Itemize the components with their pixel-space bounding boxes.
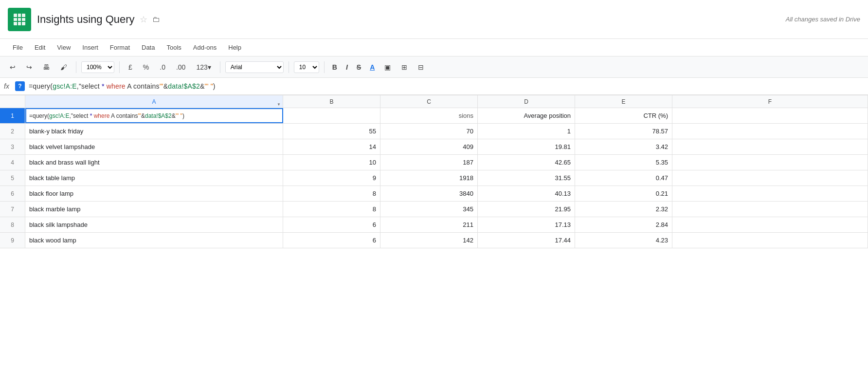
cell-2-e[interactable]: 78.57 [575,124,672,139]
cell-9-d[interactable]: 17.44 [478,233,575,248]
cell-3-e[interactable]: 3.42 [575,139,672,154]
row-number-3[interactable]: 3 [0,139,25,154]
cell-2-a[interactable]: blank-y black friday [25,124,283,139]
menu-addons[interactable]: Add-ons [188,42,221,53]
redo-button[interactable]: ↪ [22,61,36,73]
cell-5-e[interactable]: 0.47 [575,170,672,186]
cell-8-a[interactable]: black silk lampshade [25,217,283,232]
fill-color-button[interactable]: ▣ [380,61,395,73]
cell-4-f [672,155,868,170]
cell-2-c[interactable]: 70 [380,124,478,139]
menu-tools[interactable]: Tools [162,42,186,53]
decimal-increase-button[interactable]: .00 [172,61,189,73]
cell-3-a[interactable]: black velvet lampshade [25,139,283,154]
cell-5-b[interactable]: 9 [283,170,380,186]
font-size-selector[interactable]: 10 11 12 14 [294,61,319,73]
row-number-7[interactable]: 7 [0,202,25,217]
cell-6-e[interactable]: 0.21 [575,186,672,201]
menu-format[interactable]: Format [105,42,135,53]
cell-value: 3840 [459,190,473,197]
formula-help-button[interactable]: ? [15,81,25,91]
cell-value: 187 [463,159,473,166]
col-header-c[interactable]: C [380,95,478,108]
cell-4-d[interactable]: 42.65 [478,155,575,170]
row-number-4[interactable]: 4 [0,155,25,170]
undo-button[interactable]: ↩ [6,61,19,73]
cell-6-a[interactable]: black floor lamp [25,186,283,201]
row-number-9[interactable]: 9 [0,233,25,248]
formula-content[interactable]: =query(gsc!A:E,"select * where A contain… [29,82,864,90]
underline-button[interactable]: A [367,61,378,73]
menu-file[interactable]: File [8,42,28,53]
formula-comma: ,"select [77,82,102,90]
cell-6-b[interactable]: 8 [283,186,380,201]
col-header-d[interactable]: D [478,95,575,108]
percent-button[interactable]: % [139,61,153,73]
paint-format-button[interactable]: 🖌 [56,61,71,73]
strikethrough-button[interactable]: S [354,61,364,73]
cell-9-c[interactable]: 142 [380,233,478,248]
menu-view[interactable]: View [52,42,75,53]
print-button[interactable]: 🖶 [39,61,54,73]
cell-8-c[interactable]: 211 [380,217,478,232]
col-header-f[interactable]: F [672,95,868,108]
cell-7-a[interactable]: black marble lamp [25,202,283,217]
cell-2-b[interactable]: 55 [283,124,380,139]
cell-4-e[interactable]: 5.35 [575,155,672,170]
cell-7-d[interactable]: 21.95 [478,202,575,217]
currency-button[interactable]: £ [125,61,136,73]
italic-button[interactable]: I [343,61,351,73]
menu-data[interactable]: Data [137,42,160,53]
row-number-1[interactable]: 1 [0,108,25,123]
cell-value: 2.84 [656,221,668,228]
col-header-b[interactable]: B [283,95,380,108]
menu-insert[interactable]: Insert [77,42,103,53]
font-selector[interactable]: Arial Times New Roman Verdana [225,61,284,73]
row-number-8[interactable]: 8 [0,217,25,232]
cell-2-d[interactable]: 1 [478,124,575,139]
bold-button[interactable]: B [329,61,340,73]
menu-edit[interactable]: Edit [30,42,50,53]
merge-cells-button[interactable]: ⊟ [414,61,428,73]
cell-1-a[interactable]: =query(gsc!A:E,"select * where A contain… [25,108,283,123]
col-header-a[interactable]: A ▼ [25,95,283,108]
decimal-decrease-button[interactable]: .0 [156,61,169,73]
row-number-2[interactable]: 2 [0,124,25,139]
cell-value: black and brass wall light [29,159,100,166]
cell-5-a[interactable]: black table lamp [25,170,283,186]
cell-8-d[interactable]: 17.13 [478,217,575,232]
number-format-button[interactable]: 123▾ [192,61,215,73]
cell-7-b[interactable]: 8 [283,202,380,217]
zoom-selector[interactable]: 100% 75% 50% 125% 150% [81,61,114,73]
cell-5-d[interactable]: 31.55 [478,170,575,186]
cell-9-b[interactable]: 6 [283,233,380,248]
cell-5-c[interactable]: 1918 [380,170,478,186]
cell-4-a[interactable]: black and brass wall light [25,155,283,170]
cell-3-d[interactable]: 19.81 [478,139,575,154]
cell-8-b[interactable]: 6 [283,217,380,232]
cell-3-c[interactable]: 409 [380,139,478,154]
cell-4-b[interactable]: 10 [283,155,380,170]
star-icon[interactable]: ☆ [140,14,147,25]
cell-4-c[interactable]: 187 [380,155,478,170]
cell-9-a[interactable]: black wood lamp [25,233,283,248]
doc-title[interactable]: Insights using Query [37,13,135,26]
table-row: 2 blank-y black friday 55 70 1 78.57 [0,124,868,139]
col-a-dropdown-icon[interactable]: ▼ [277,102,281,107]
cell-7-c[interactable]: 345 [380,202,478,217]
formula-bar: fx ? =query(gsc!A:E,"select * where A co… [0,78,868,95]
row-number-6[interactable]: 6 [0,186,25,201]
col-header-e[interactable]: E [575,95,672,108]
folder-icon[interactable]: 🗀 [152,15,160,24]
cell-8-e[interactable]: 2.84 [575,217,672,232]
row-number-5[interactable]: 5 [0,170,25,186]
cell-7-e[interactable]: 2.32 [575,202,672,217]
cell-6-c[interactable]: 3840 [380,186,478,201]
borders-button[interactable]: ⊞ [398,61,411,73]
formula-star: * [102,82,105,90]
menu-help[interactable]: Help [223,42,246,53]
cell-6-d[interactable]: 40.13 [478,186,575,201]
cell-9-e[interactable]: 4.23 [575,233,672,248]
app-icon [8,8,31,31]
cell-3-b[interactable]: 14 [283,139,380,154]
